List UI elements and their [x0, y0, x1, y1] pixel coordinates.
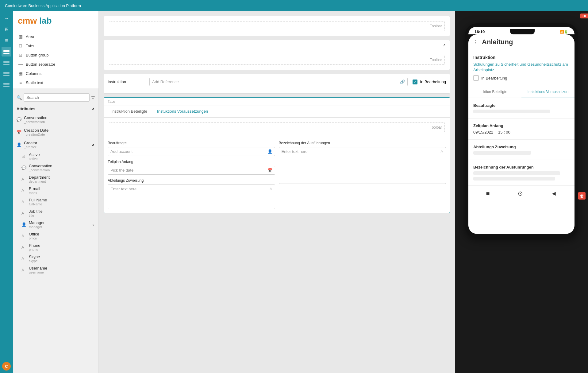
component-columns[interactable]: ▦ Columns [13, 69, 98, 78]
attr-email[interactable]: A E-mail mbox [13, 185, 98, 196]
bottom-nav-icon[interactable]: C [2, 359, 11, 373]
second-panel-header: ∧ [104, 40, 450, 50]
attr-department[interactable]: A Department department [13, 173, 98, 185]
bezeichnung-text-icon: A [440, 149, 443, 154]
phone-instruktion-link[interactable]: Schulungen zu Sicherheit und Gesundheits… [473, 62, 570, 73]
nav-list-icon[interactable]: ≡ [2, 36, 11, 45]
attr-job-title[interactable]: A Job title title [13, 208, 98, 219]
logo-lab: lab [39, 16, 52, 25]
attr-office[interactable]: A Office office [13, 230, 98, 242]
attr-office-icon: A [21, 234, 26, 238]
beauftragte-input[interactable]: Add account 👤 [108, 147, 275, 156]
area-icon: ▦ [18, 34, 23, 39]
component-list: ▦ Area ⊟ Tabs ⊡ Button group — Button se… [13, 31, 98, 88]
component-static-text[interactable]: ≡ Static text [13, 78, 98, 87]
phone-nav-stop-icon[interactable]: ■ [486, 190, 490, 197]
attr-manager[interactable]: 👤 Manager manager ∨ [13, 219, 98, 230]
attr-username[interactable]: A Username username [13, 264, 98, 276]
attributes-collapse-icon[interactable]: ∧ [92, 107, 95, 111]
instruktion-row: Instruktion Add Reference 🔗 ✓ In Bearbei… [108, 78, 446, 86]
phone-tab-1[interactable]: iktion Beteiligte [468, 86, 521, 98]
logo-cmw: cmw [18, 16, 37, 25]
attr-full-name[interactable]: A Full Name fullName [13, 196, 98, 208]
nav-bars-icon[interactable] [2, 47, 11, 56]
component-button-group-label: Button group [26, 53, 48, 57]
phone-bottom-nav: ■ ⊙ ◄ [468, 186, 575, 201]
phone-nav-home-icon[interactable]: ⊙ [518, 190, 523, 197]
abteilung-input[interactable]: Enter text here A [108, 185, 275, 209]
nav-bars2-icon[interactable] [2, 58, 11, 68]
right-fields: Bezeichnung der Ausführungen Enter text … [279, 141, 446, 209]
instruktion-input[interactable]: Add Reference 🔗 [149, 78, 408, 86]
attr-manager-icon: 👤 [21, 222, 26, 227]
zeitplan-placeholder: Pick the date [110, 168, 133, 173]
search-input[interactable] [24, 93, 90, 102]
tab-instruktion-beteiligte[interactable]: Instruktion Beteiligte [106, 106, 152, 117]
component-button-separator[interactable]: — Button separator [13, 60, 98, 69]
tab-instuktions-voraussetzungen[interactable]: Instuktions Voraussetzungen [152, 106, 213, 117]
creator-expand-icon[interactable]: ∧ [92, 142, 95, 147]
phone-in-bearbeitung-checkbox[interactable] [473, 75, 479, 81]
phone-status-icons: 📶🔋 [560, 30, 568, 34]
attr-group-creator-header[interactable]: 👤 Creator _creator ∧ [13, 139, 98, 151]
field-group-abteilung: Abteilungs Zuweisung Enter text here A [108, 178, 275, 209]
phone-nav-back-icon[interactable]: ◄ [551, 190, 557, 197]
phone-instruktion-section: Instruktion Schulungen zu Sicherheit und… [468, 50, 575, 86]
toolbar-1: Toolbar [109, 21, 445, 31]
attr-skype[interactable]: A Skype skype [13, 253, 98, 264]
phone-field-zeitplan: Zeitplan Anfang 09/15/2022 15 : 00 [468, 119, 575, 140]
nav-bars3-icon[interactable] [2, 69, 11, 79]
attr-conversation-icon: 💬 [21, 165, 26, 170]
attributes-header: Attributes ∧ [13, 104, 98, 114]
attr-group-creator: 👤 Creator _creator ∧ ☑ Active active [13, 139, 98, 276]
zeitplan-label: Zeitplan Anfang [108, 160, 275, 164]
attr-group-creation-date-header[interactable]: 📅 Creation Date _creationDate [13, 126, 98, 138]
phone-time: 16:19 [475, 29, 485, 34]
field-group-bezeichnung: Bezeichnung der Ausführungen Enter text … [279, 141, 446, 184]
tabs-icon: ⊟ [18, 43, 23, 48]
top-bar: Comindware Business Application Platform [0, 0, 588, 11]
logo-area: cmw lab [13, 11, 98, 31]
phone-field-beauftragte: Beauftragte [468, 98, 575, 119]
attr-group-conversation-header[interactable]: 💬 Conversation _conversation [13, 114, 98, 126]
attr-active[interactable]: ☑ Active active [13, 151, 98, 162]
component-area[interactable]: ▦ Area [13, 32, 98, 41]
attributes-section: Attributes ∧ 💬 Conversation _conversatio… [13, 104, 98, 276]
delete-icon[interactable]: 🗑 [578, 192, 586, 200]
active-icon: ☑ [21, 154, 26, 159]
abteilung-placeholder: Enter text here [110, 187, 136, 191]
attr-conversation[interactable]: 💬 Conversation _conversation [13, 162, 98, 173]
conversation-icon: 💬 [17, 117, 21, 122]
abteilung-text-icon: A [270, 187, 272, 191]
columns-icon: ▦ [18, 71, 23, 76]
logo: cmw lab [18, 16, 94, 26]
attr-phone[interactable]: A Phone phone [13, 242, 98, 253]
bezeichnung-label: Bezeichnung der Ausführungen [279, 141, 446, 145]
nav-bars4-icon[interactable] [2, 80, 11, 90]
main-layout: → 🖥 ≡ C cmw [0, 11, 588, 373]
filter-icon[interactable]: ▽ [91, 95, 95, 100]
bezeichnung-input[interactable]: Enter text here A [279, 147, 446, 184]
top-toolbar-panel: Toolbar [104, 16, 450, 36]
creation-date-icon: 📅 [17, 130, 21, 134]
phone-tabs: iktion Beteiligte Instuktions Voraussetz… [468, 86, 575, 98]
phone-status-bar: 16:19 📶🔋 [468, 27, 575, 34]
phone-in-bearbeitung-row: In Bearbeitung [473, 75, 570, 81]
phone-tab-2[interactable]: Instuktions Voraussetzun [521, 86, 575, 98]
beauftragte-label: Beauftragte [108, 141, 275, 145]
component-tabs[interactable]: ⊟ Tabs [13, 41, 98, 50]
attributes-label: Attributes [17, 107, 35, 111]
tk-badge: TK [580, 14, 588, 18]
zeitplan-input[interactable]: Pick the date 📅 [108, 166, 275, 175]
manager-expand-icon[interactable]: ∨ [92, 223, 95, 227]
in-bearbeitung-checkbox[interactable]: ✓ [413, 80, 417, 84]
phone-zeitplan-time: 15 : 00 [498, 130, 510, 134]
attr-email-icon: A [21, 188, 26, 193]
second-panel-collapse-icon[interactable]: ∧ [443, 43, 446, 47]
component-button-group[interactable]: ⊡ Button group [13, 50, 98, 60]
toolbar-2: Toolbar [109, 55, 445, 65]
tabs-panel: Tabs Instruktion Beteiligte Instuktions … [104, 97, 450, 213]
phone-menu-icon[interactable]: ⋮ [473, 39, 478, 45]
nav-monitor-icon[interactable]: 🖥 [2, 25, 11, 34]
nav-arrow-icon[interactable]: → [2, 14, 11, 23]
